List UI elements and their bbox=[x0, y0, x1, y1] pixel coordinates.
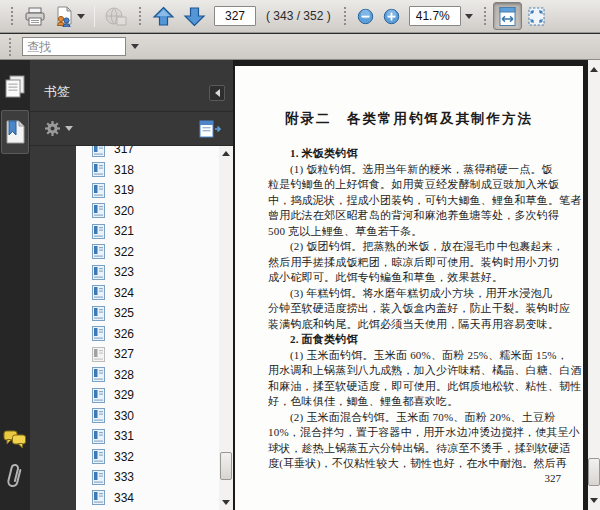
findbar-grip[interactable] bbox=[8, 37, 12, 57]
fit-page-button[interactable] bbox=[522, 2, 551, 30]
toolbar-grip[interactable] bbox=[10, 6, 14, 26]
bookmark-page-icon bbox=[92, 146, 105, 157]
share-dropdown-caret[interactable] bbox=[77, 14, 85, 19]
bookmark-options-button[interactable] bbox=[44, 120, 73, 137]
bookmark-item[interactable]: 331 bbox=[76, 426, 219, 447]
toolbar-grip[interactable] bbox=[138, 6, 142, 26]
scroll-up-button[interactable] bbox=[588, 62, 600, 77]
zoom-level-input[interactable] bbox=[409, 6, 461, 26]
text-line: 中，捣成泥状，捏成小团装钩，可钓大鲫鱼、鲤鱼和草鱼。笔者 bbox=[268, 193, 580, 209]
bookmarks-panel-toolbar bbox=[30, 112, 233, 146]
bookmark-item[interactable]: 323 bbox=[76, 262, 219, 283]
bookmark-item[interactable]: 328 bbox=[76, 365, 219, 386]
find-input[interactable] bbox=[22, 37, 126, 56]
bookmark-page-icon bbox=[92, 326, 105, 341]
bookmark-page-icon bbox=[92, 367, 105, 382]
text-line: 分钟至软硬适度捞出，装入饭盒内盖好，防止干裂。装钩时应 bbox=[268, 301, 580, 317]
text-line: 成小砣即可。此饵专钓鳊鱼和草鱼，效果甚好。 bbox=[268, 270, 580, 286]
document-body: 1. 米饭类钓饵(1) 饭粒钓饵。选用当年新的粳米，蒸得稍硬一点。饭粒是钓鲫鱼的… bbox=[268, 146, 580, 472]
navigation-icon-strip bbox=[0, 60, 30, 510]
bookmark-page-icon bbox=[92, 285, 105, 300]
zoom-dropdown-button[interactable] bbox=[461, 2, 477, 30]
collapse-panel-button[interactable] bbox=[209, 85, 225, 101]
text-line: (2) 饭团钓饵。把蒸熟的米饭，放在湿毛巾中包裹起来， bbox=[268, 239, 580, 255]
collapse-left-icon bbox=[215, 89, 220, 97]
comments-tab[interactable] bbox=[1, 420, 29, 458]
bookmarks-panel-header: 书签 bbox=[30, 60, 233, 112]
document-pane[interactable]: 附录二 各类常用钓饵及其制作方法 1. 米饭类钓饵(1) 饭粒钓饵。选用当年新的… bbox=[234, 60, 600, 510]
bookmark-item[interactable]: 333 bbox=[76, 467, 219, 488]
page-count-label: ( 343 / 352 ) bbox=[266, 9, 331, 23]
bookmark-label: 332 bbox=[114, 450, 134, 464]
share-document-icon bbox=[54, 6, 74, 27]
next-page-button[interactable] bbox=[179, 2, 210, 30]
scroll-down-button[interactable] bbox=[219, 495, 233, 510]
chevron-down-icon bbox=[65, 126, 73, 131]
bookmark-page-icon bbox=[92, 388, 105, 403]
goto-current-bookmark-button[interactable] bbox=[199, 120, 223, 138]
globe-document-icon bbox=[104, 6, 128, 27]
page-thumbnails-tab[interactable] bbox=[1, 68, 29, 106]
bookmark-item[interactable]: 322 bbox=[76, 242, 219, 263]
text-line: 球状，趁热上锅蒸五六分钟出锅。待凉至不烫手，揉到软硬适 bbox=[268, 441, 580, 457]
bookmark-item[interactable]: 326 bbox=[76, 324, 219, 345]
scroll-down-button[interactable] bbox=[588, 493, 600, 508]
bookmark-label: 318 bbox=[114, 163, 134, 177]
bookmarks-tab[interactable] bbox=[1, 110, 29, 154]
bookmark-item[interactable]: 334 bbox=[76, 488, 219, 509]
scrollbar-thumb[interactable] bbox=[588, 458, 600, 486]
bookmark-label: 327 bbox=[114, 347, 134, 361]
bookmark-page-icon bbox=[92, 183, 105, 198]
toolbar-grip[interactable] bbox=[483, 6, 487, 26]
scroll-down-icon bbox=[222, 500, 230, 505]
bookmark-page-icon bbox=[92, 224, 105, 239]
bookmarks-list-container: 317 318 bbox=[76, 146, 233, 510]
bookmark-item[interactable]: 318 bbox=[76, 160, 219, 181]
fit-width-button[interactable] bbox=[493, 2, 522, 30]
bookmark-item[interactable]: 319 bbox=[76, 180, 219, 201]
page-number-input[interactable] bbox=[214, 6, 256, 26]
find-bar bbox=[0, 34, 600, 60]
bookmark-label: 331 bbox=[114, 429, 134, 443]
scroll-up-icon bbox=[222, 151, 230, 156]
document-scrollbar[interactable] bbox=[588, 60, 600, 510]
minus-circle-icon bbox=[357, 8, 374, 25]
page-number-label: 327 bbox=[545, 472, 562, 484]
bookmarks-panel: 书签 bbox=[30, 60, 234, 510]
bookmarks-scrollbar[interactable] bbox=[219, 146, 233, 510]
share-button[interactable] bbox=[50, 2, 89, 30]
scroll-up-icon bbox=[590, 67, 598, 72]
toolbar-grip[interactable] bbox=[343, 6, 347, 26]
fit-page-icon bbox=[526, 6, 547, 27]
text-line: (1) 玉米面钓饵。玉米面 60%、面粉 25%、糯米面 15%， bbox=[268, 348, 580, 364]
bookmark-item[interactable]: 327 bbox=[76, 344, 219, 365]
bookmark-item[interactable]: 321 bbox=[76, 221, 219, 242]
bookmark-page-icon bbox=[92, 306, 105, 321]
previous-page-button[interactable] bbox=[148, 2, 179, 30]
zoom-in-button[interactable] bbox=[379, 2, 405, 30]
text-line: 500 克以上鲤鱼、草鱼若干条。 bbox=[268, 224, 580, 240]
bookmark-item[interactable]: 324 bbox=[76, 283, 219, 304]
scroll-up-button[interactable] bbox=[219, 146, 233, 161]
bookmark-item[interactable]: 329 bbox=[76, 385, 219, 406]
scrollbar-thumb[interactable] bbox=[220, 452, 232, 480]
bookmark-item[interactable]: 317 bbox=[76, 146, 219, 160]
document-heading: 附录二 各类常用钓饵及其制作方法 bbox=[235, 110, 583, 128]
zoom-out-button[interactable] bbox=[353, 2, 379, 30]
bookmark-item[interactable]: 332 bbox=[76, 447, 219, 468]
bookmark-item[interactable]: 325 bbox=[76, 303, 219, 324]
bookmark-page-icon bbox=[92, 162, 105, 177]
text-line: 1. 米饭类钓饵 bbox=[268, 146, 580, 162]
printer-icon bbox=[24, 7, 46, 26]
bookmark-locate-icon bbox=[199, 120, 223, 138]
print-button[interactable] bbox=[20, 2, 50, 30]
find-options-button[interactable] bbox=[126, 37, 144, 56]
text-line: 2. 面食类钓饵 bbox=[268, 332, 580, 348]
pages-icon bbox=[4, 74, 26, 100]
bookmark-page-icon bbox=[92, 490, 105, 505]
attachments-tab[interactable] bbox=[1, 458, 29, 496]
bookmark-item[interactable]: 330 bbox=[76, 406, 219, 427]
fit-width-icon bbox=[497, 6, 518, 27]
bookmark-item[interactable]: 320 bbox=[76, 201, 219, 222]
bookmark-label: 321 bbox=[114, 224, 134, 238]
